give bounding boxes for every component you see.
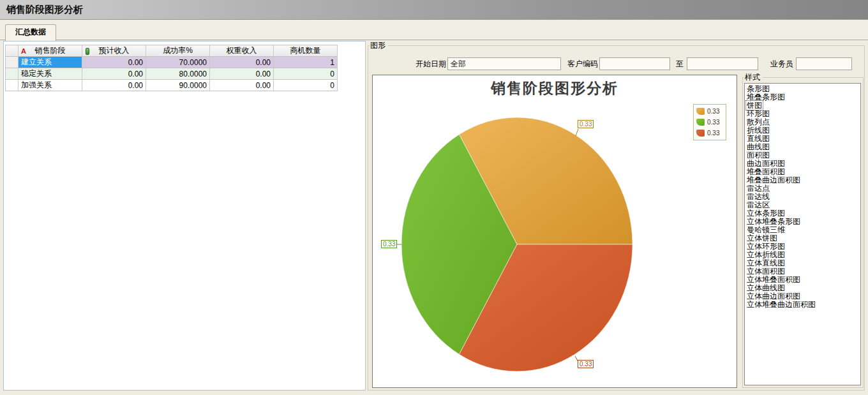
column-header-opportunity-count[interactable]: 商机数量 <box>274 45 338 57</box>
pie-chart <box>373 75 737 387</box>
tab-label: 汇总数据 <box>15 27 46 36</box>
pie-slice-value-callout: 0.33 <box>578 120 594 128</box>
table-row[interactable]: 加强关系 0.00 90.0000 0.00 0 <box>6 80 338 91</box>
table-row-selected[interactable]: 建立关系 0.00 70.0000 0.00 1 <box>6 57 338 68</box>
column-header-success-rate[interactable]: 成功率% <box>146 45 210 57</box>
legend-label: 0.33 <box>707 130 719 137</box>
title-bar: 销售阶段图形分析 <box>0 0 868 20</box>
legend-swatch-red <box>696 130 705 137</box>
pie-slice-value-callout: 0.33 <box>381 240 397 248</box>
legend-swatch-orange <box>696 108 705 115</box>
chart-legend: 0.33 0.33 0.33 <box>693 104 726 140</box>
column-header-label: 商机数量 <box>290 46 321 55</box>
salesperson-label: 业务员 <box>764 57 793 70</box>
column-type-a-icon: A <box>21 47 26 56</box>
tab-strip <box>0 20 868 40</box>
tab-summary-data[interactable]: 汇总数据 <box>5 24 56 41</box>
column-header-label: 权重收入 <box>227 46 257 55</box>
table-cell[interactable]: 0.00 <box>210 57 274 68</box>
table-cell[interactable]: 加强关系 <box>19 80 82 91</box>
legend-item: 0.33 <box>696 108 723 115</box>
row-indicator[interactable] <box>6 80 19 91</box>
table-cell[interactable]: 90.0000 <box>146 80 210 91</box>
row-indicator-header[interactable] <box>6 45 19 57</box>
to-label: 至 <box>668 57 684 70</box>
style-list-item[interactable]: 立体堆叠曲边面积图 <box>746 301 860 309</box>
summary-grid-wrap: A 销售阶段 预计收入 成功率% 权重收入 商机数量 建立关系 0.00 70.… <box>5 45 338 91</box>
row-indicator[interactable] <box>6 68 19 80</box>
column-header-label: 成功率% <box>163 46 193 55</box>
customer-code-label: 客户编码 <box>561 57 598 70</box>
summary-table: A 销售阶段 预计收入 成功率% 权重收入 商机数量 建立关系 0.00 70.… <box>5 45 338 91</box>
page-title: 销售阶段图形分析 <box>0 0 868 19</box>
table-cell[interactable]: 0.00 <box>82 57 146 68</box>
table-cell[interactable]: 建立关系 <box>19 57 82 68</box>
column-header-label: 预计收入 <box>99 46 130 55</box>
style-list-item[interactable]: 堆叠条形图 <box>746 93 860 101</box>
table-cell[interactable]: 1 <box>274 57 338 68</box>
table-cell[interactable]: 0.00 <box>210 68 274 80</box>
column-header-label: 销售阶段 <box>35 46 66 55</box>
customer-code-input[interactable] <box>599 57 670 70</box>
table-header-row: A 销售阶段 预计收入 成功率% 权重收入 商机数量 <box>6 45 338 57</box>
column-header-stage[interactable]: A 销售阶段 <box>19 45 82 57</box>
legend-item: 0.33 <box>696 130 723 137</box>
pie-slice-value-callout: 0.33 <box>578 360 594 368</box>
row-indicator[interactable] <box>6 57 19 68</box>
style-group-box: 样式 条形图堆叠条形图饼图环形图散列点折线图直线图曲线图面积图曲边面积图堆叠面积… <box>742 77 864 388</box>
column-header-expected[interactable]: 预计收入 <box>82 45 146 57</box>
app-window: { "window": { "title": "销售阶段图形分析" }, "ta… <box>0 0 868 395</box>
start-date-label: 开始日期 <box>407 57 446 70</box>
column-type-number-icon <box>86 48 89 55</box>
table-cell[interactable]: 0.00 <box>82 80 146 91</box>
table-cell[interactable]: 0.00 <box>82 68 146 80</box>
chart-area: 销售阶段图形分析 0.33 0.33 0.33 0.33 0.33 0.33 <box>372 75 737 388</box>
table-cell[interactable]: 0 <box>274 80 338 91</box>
chart-title: 销售阶段图形分析 <box>373 78 737 98</box>
column-header-weighted[interactable]: 权重收入 <box>210 45 274 57</box>
table-cell[interactable]: 稳定关系 <box>19 68 82 80</box>
style-list[interactable]: 条形图堆叠条形图饼图环形图散列点折线图直线图曲线图面积图曲边面积图堆叠面积图堆叠… <box>744 83 861 385</box>
table-cell[interactable]: 70.0000 <box>146 57 210 68</box>
table-cell[interactable]: 0.00 <box>210 80 274 91</box>
legend-swatch-green <box>696 119 705 126</box>
table-row[interactable]: 稳定关系 0.00 80.0000 0.00 0 <box>6 68 338 80</box>
table-cell[interactable]: 0 <box>274 68 338 80</box>
customer-code-to-input[interactable] <box>687 57 758 70</box>
table-cell[interactable]: 80.0000 <box>146 68 210 80</box>
legend-label: 0.33 <box>707 108 719 115</box>
legend-label: 0.33 <box>707 119 719 126</box>
salesperson-input[interactable] <box>796 57 852 70</box>
start-date-input[interactable] <box>447 57 561 70</box>
style-group-label: 样式 <box>744 73 763 82</box>
summary-panel <box>3 41 366 391</box>
legend-item: 0.33 <box>696 119 723 126</box>
graph-group-label: 图形 <box>370 41 388 50</box>
